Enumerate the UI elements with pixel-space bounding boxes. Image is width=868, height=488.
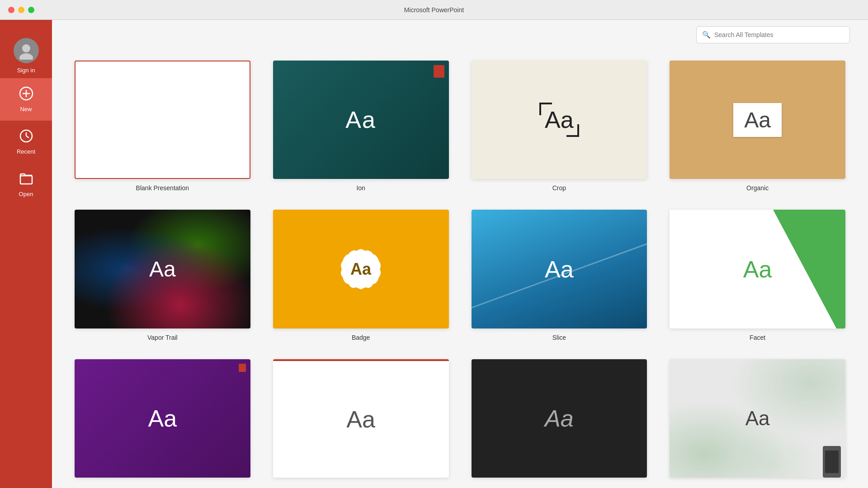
dark-sample-text: Aa [545,405,574,432]
template-thumb-organic: Aa [670,61,845,179]
template-thumb-purple: Aa [75,359,250,478]
template-item-badge[interactable]: Aa Badge [273,210,449,341]
search-input[interactable] [714,31,844,38]
template-item-dark[interactable]: Aa [472,359,647,483]
crop-bracket-br [566,124,579,137]
main-layout: Sign in New Recent [0,20,868,488]
open-icon [19,171,33,188]
close-button[interactable] [8,7,14,13]
nature-sample-text: Aa [745,407,770,430]
sidebar-open-label: Open [19,191,33,197]
search-container: 🔍 [696,26,850,43]
vapor-sample-text: Aa [149,257,176,282]
template-item-purple[interactable]: Aa [75,359,250,483]
crop-bracket-tl [539,103,552,115]
new-icon [19,86,33,103]
device-screen [825,450,839,473]
template-thumb-lines: Aa [273,359,449,478]
template-name-slice: Slice [552,334,566,341]
template-thumb-crop: Aa [472,61,647,179]
sidebar-item-recent[interactable]: Recent [0,121,52,163]
nature-device [823,446,841,478]
content-area: 🔍 Blank Presentation Aa Ion [52,20,868,488]
svg-point-0 [22,44,30,52]
facet-sample-text: Aa [743,256,772,283]
app-title: Microsoft PowerPoint [404,6,464,14]
search-bar[interactable]: 🔍 [696,26,850,43]
sidebar-recent-label: Recent [17,148,35,155]
ion-sample-text: Aa [345,106,376,133]
minimize-button[interactable] [18,7,24,13]
templates-grid: Blank Presentation Aa Ion Aa [75,61,845,483]
facet-arrow [773,210,845,328]
ion-badge [434,65,444,78]
crop-inner: Aa [545,106,574,133]
template-thumb-dark: Aa [472,359,647,478]
titlebar: Microsoft PowerPoint [0,0,868,20]
template-thumb-badge: Aa [273,210,449,328]
svg-line-7 [26,136,29,138]
template-name-facet: Facet [750,334,765,341]
sidebar: Sign in New Recent [0,20,52,488]
sidebar-item-new[interactable]: New [0,78,52,121]
template-item-organic[interactable]: Aa Organic [670,61,845,192]
template-item-ion[interactable]: Aa Ion [273,61,449,192]
user-icon [17,42,35,60]
badge-shape: Aa [340,249,381,290]
template-name-blank: Blank Presentation [136,184,189,192]
sidebar-item-signin[interactable]: Sign in [0,29,52,78]
slice-sample-text: Aa [545,256,574,283]
template-thumb-ion: Aa [273,61,449,179]
sidebar-item-open[interactable]: Open [0,163,52,206]
avatar [14,38,39,63]
svg-point-1 [19,53,33,60]
window-controls [8,7,34,13]
purple-badge [239,364,246,372]
badge-outer: Aa [340,249,381,290]
template-thumb-slice: Aa [472,210,647,328]
template-thumb-blank [75,61,250,179]
template-item-vapor[interactable]: Aa Vapor Trail [75,210,250,341]
svg-rect-8 [20,176,32,184]
template-item-blank[interactable]: Blank Presentation [75,61,250,192]
template-item-crop[interactable]: Aa Crop [472,61,647,192]
template-name-badge: Badge [352,334,370,341]
template-thumb-vapor: Aa [75,210,250,328]
template-name-ion: Ion [356,184,365,192]
template-item-lines[interactable]: Aa [273,359,449,483]
maximize-button[interactable] [28,7,34,13]
recent-icon [19,129,33,145]
badge-sample-text: Aa [350,260,371,279]
organic-sample-text: Aa [744,108,771,132]
template-name-organic: Organic [746,184,769,192]
organic-card: Aa [733,103,782,137]
template-item-slice[interactable]: Aa Slice [472,210,647,341]
search-icon: 🔍 [702,31,711,39]
template-item-nature[interactable]: Aa [670,359,845,483]
template-name-crop: Crop [552,184,566,192]
purple-sample-text: Aa [148,405,177,432]
template-thumb-facet: Aa [670,210,845,328]
signin-label: Sign in [17,67,35,74]
template-item-facet[interactable]: Aa Facet [670,210,845,341]
template-name-vapor: Vapor Trail [147,334,178,341]
lines-sample-text: Aa [346,406,375,433]
template-thumb-nature: Aa [670,359,845,478]
sidebar-new-label: New [20,106,32,113]
